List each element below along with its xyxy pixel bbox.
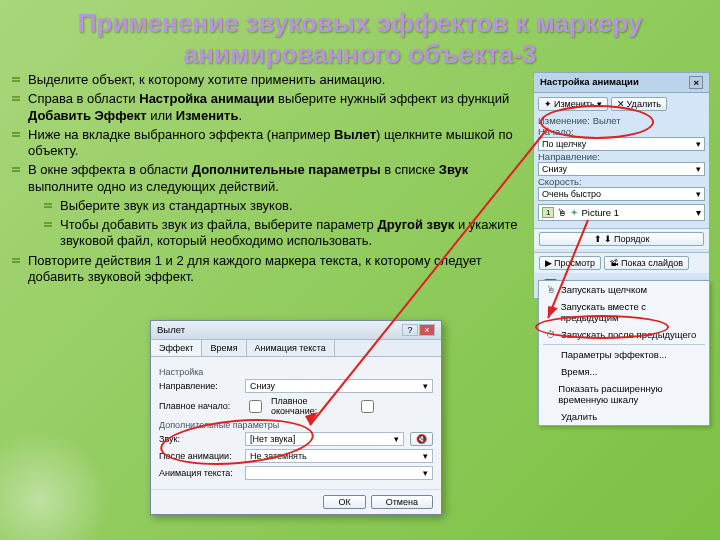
tab-textanim[interactable]: Анимация текста xyxy=(247,340,335,356)
speed-select[interactable]: Очень быстро▾ xyxy=(538,187,705,201)
bullet-list: Выделите объект, к которому хотите приме… xyxy=(10,72,533,299)
ctx-timeline[interactable]: Показать расширенную временную шкалу xyxy=(539,380,709,408)
ctx-timing[interactable]: Время... xyxy=(539,363,709,380)
bullet-item: Выделите объект, к которому хотите приме… xyxy=(10,72,527,88)
help-icon[interactable]: ? xyxy=(402,324,418,336)
preview-button[interactable]: ▶ Просмотр xyxy=(539,256,601,270)
bullet-item: Чтобы добавить звук из файла, выберите п… xyxy=(42,217,527,250)
bullet-item: В окне эффекта в области Дополнительные … xyxy=(10,162,527,249)
effect-dialog: Вылет?× ЭффектВремяАнимация текста Настр… xyxy=(150,320,442,515)
cancel-button[interactable]: Отмена xyxy=(371,495,433,509)
bullet-item: Выберите звук из стандартных звуков. xyxy=(42,198,527,214)
ctx-delete[interactable]: Удалить xyxy=(539,408,709,425)
context-menu: 🖱Запускать щелчком Запускать вместе с пр… xyxy=(538,280,710,426)
ok-button[interactable]: ОК xyxy=(323,495,365,509)
bullet-item: Ниже на вкладке выбранного эффекта (напр… xyxy=(10,127,527,160)
slide-title: Применение звуковых эффектов к маркеру а… xyxy=(0,0,720,72)
tab-effect[interactable]: Эффект xyxy=(151,340,202,356)
bullet-item: Справа в области Настройка анимации выбе… xyxy=(10,91,527,124)
bullet-item: Повторите действия 1 и 2 для каждого мар… xyxy=(10,253,527,286)
dlg-direction[interactable]: Снизу▾ xyxy=(245,379,433,393)
close-icon[interactable]: × xyxy=(419,324,435,336)
tab-time[interactable]: Время xyxy=(202,340,246,356)
animation-item[interactable]: 1🖱✦Picture 1▾ xyxy=(538,204,705,221)
dlg-textanim[interactable]: ▾ xyxy=(245,466,433,480)
start-select[interactable]: По щелчку▾ xyxy=(538,137,705,151)
ctx-click[interactable]: 🖱Запускать щелчком xyxy=(539,281,709,298)
order-buttons[interactable]: ⬆ ⬇ Порядок xyxy=(539,232,704,246)
pane-title: Настройка анимации xyxy=(540,76,639,89)
ctx-effect-options[interactable]: Параметры эффектов... xyxy=(539,346,709,363)
close-icon[interactable]: × xyxy=(689,76,703,89)
slideshow-button[interactable]: 📽 Показ слайдов xyxy=(604,256,689,270)
direction-select[interactable]: Снизу▾ xyxy=(538,162,705,176)
